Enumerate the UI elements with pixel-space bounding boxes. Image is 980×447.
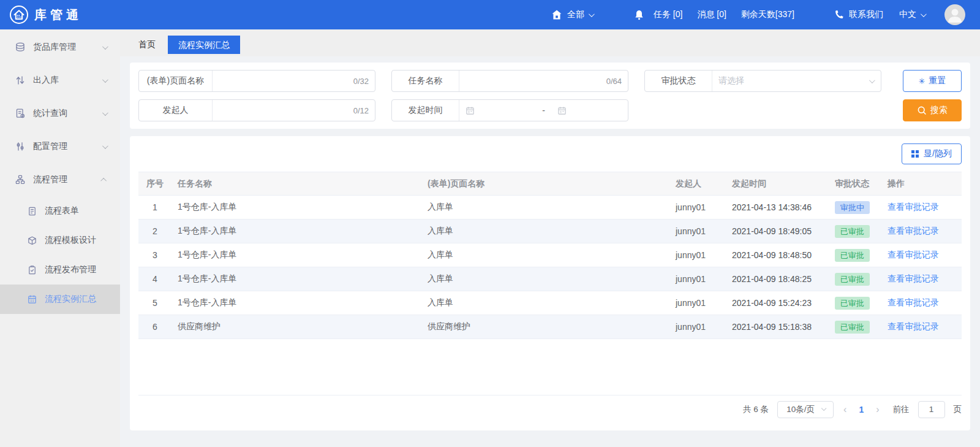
search-button[interactable]: 搜索 — [903, 99, 962, 121]
tasks-counter[interactable]: 任务 [0] — [654, 9, 682, 20]
view-approval-record-link[interactable]: 查看审批记录 — [888, 202, 939, 212]
bell-icon — [633, 9, 645, 21]
pagination-total: 共 6 条 — [743, 404, 769, 415]
goto-page-input[interactable] — [918, 401, 945, 418]
cell-task-name: 1号仓库-入库单 — [172, 196, 421, 220]
show-hide-columns-label: 显/隐列 — [924, 148, 952, 159]
table-header-row: 序号 任务名称 (表单)页面名称 发起人 发起时间 审批状态 操作 — [138, 172, 962, 196]
col-header-approval-status: 审批状态 — [829, 172, 881, 196]
sidebar-subitem-process-publish-management[interactable]: 流程发布管理 — [0, 255, 120, 285]
task-name-input[interactable] — [466, 76, 606, 86]
view-approval-record-link[interactable]: 查看审批记录 — [888, 273, 939, 283]
sidebar-item-goods-management[interactable]: 货品库管理 — [0, 31, 120, 64]
cell-page-name: 入库单 — [421, 220, 669, 243]
col-header-actions: 操作 — [881, 172, 962, 196]
notifications-bell[interactable] — [633, 9, 645, 21]
task-name-label: 任务名称 — [392, 71, 459, 91]
page-size-select[interactable]: 10条/页 — [777, 401, 834, 418]
messages-label: 消息 [0] — [697, 9, 726, 20]
cell-task-name: 1号仓库-入库单 — [172, 220, 421, 243]
view-approval-record-link[interactable]: 查看审批记录 — [888, 250, 939, 259]
cell-start-time: 2021-04-09 18:48:25 — [726, 267, 829, 291]
reset-button[interactable]: ✳ 重置 — [903, 70, 962, 92]
sidebar-item-in-out-warehouse[interactable]: 出入库 — [0, 64, 120, 97]
cell-index: 4 — [138, 267, 172, 291]
sidebar-item-configuration[interactable]: 配置管理 — [0, 130, 120, 163]
cell-task-name: 1号仓库-入库单 — [172, 291, 421, 315]
contact-us[interactable]: 联系我们 — [834, 9, 883, 20]
approval-status-select[interactable]: 请选择 — [712, 71, 881, 91]
approval-status-label: 审批状态 — [645, 71, 712, 91]
main-content: 首页 流程实例汇总 (表单)页面名称 0/32 任务名称 0/64 审批状态 — [120, 29, 980, 447]
sidebar-item-label: 流程管理 — [33, 174, 67, 185]
view-approval-record-link[interactable]: 查看审批记录 — [888, 321, 939, 331]
status-badge: 已审批 — [835, 321, 870, 334]
cell-start-time: 2021-04-09 15:24:23 — [726, 291, 829, 315]
cell-start-time: 2021-04-09 15:18:38 — [726, 315, 829, 339]
status-badge: 已审批 — [835, 249, 870, 262]
tab-home[interactable]: 首页 — [130, 39, 164, 50]
field-approval-status: 审批状态 请选择 — [644, 70, 881, 92]
chevron-down-icon — [589, 11, 595, 17]
logo-house-icon — [9, 4, 29, 25]
warehouse-scope-select[interactable]: 全部 — [551, 9, 593, 21]
cell-initiator: junny01 — [669, 196, 726, 220]
sidebar-subitem-process-instances[interactable]: 流程实例汇总 — [0, 285, 120, 314]
cell-initiator: junny01 — [669, 291, 726, 315]
show-hide-columns-button[interactable]: 显/隐列 — [902, 143, 962, 164]
sidebar-item-label: 货品库管理 — [33, 42, 76, 53]
prev-page-button[interactable]: ‹ — [842, 404, 848, 415]
publish-clipboard-icon — [27, 265, 37, 275]
cell-page-name: 供应商维护 — [421, 315, 669, 339]
reset-icon: ✳ — [919, 77, 925, 85]
initiator-input[interactable] — [219, 105, 353, 115]
date-range-separator: - — [537, 105, 551, 115]
page-name-input[interactable] — [219, 76, 353, 86]
cell-page-name: 入库单 — [421, 196, 669, 220]
sidebar-item-process-management[interactable]: 流程管理 — [0, 163, 120, 196]
cell-page-name: 入库单 — [421, 243, 669, 267]
cell-index: 3 — [138, 243, 172, 267]
data-table-wrap: 序号 任务名称 (表单)页面名称 发起人 发起时间 审批状态 操作 1 1号仓库… — [138, 172, 962, 395]
tasks-label: 任务 [0] — [654, 9, 682, 20]
sidebar-subitem-process-template-design[interactable]: 流程模板设计 — [0, 226, 120, 255]
initiator-counter: 0/12 — [353, 106, 369, 115]
calendar-icon — [466, 106, 475, 115]
view-approval-record-link[interactable]: 查看审批记录 — [888, 297, 939, 307]
sidebar-item-statistics-query[interactable]: 统计查询 — [0, 97, 120, 130]
task-name-counter: 0/64 — [606, 77, 622, 86]
config-sliders-icon — [15, 141, 26, 152]
language-label: 中文 — [899, 9, 916, 20]
view-approval-record-link[interactable]: 查看审批记录 — [888, 226, 939, 235]
messages-counter[interactable]: 消息 [0] — [697, 9, 726, 20]
process-instances-table: 序号 任务名称 (表单)页面名称 发起人 发起时间 审批状态 操作 1 1号仓库… — [138, 172, 962, 339]
field-page-name: (表单)页面名称 0/32 — [138, 70, 375, 92]
next-page-button[interactable]: › — [875, 404, 880, 415]
sidebar-subitem-process-forms[interactable]: 流程表单 — [0, 196, 120, 226]
cell-task-name: 1号仓库-入库单 — [172, 243, 421, 267]
table-row: 1 1号仓库-入库单 入库单 junny01 2021-04-13 14:38:… — [138, 196, 962, 220]
cell-page-name: 入库单 — [421, 291, 669, 315]
page-size-label: 10条/页 — [786, 404, 815, 415]
cell-index: 1 — [138, 196, 172, 220]
chevron-down-icon — [821, 405, 826, 410]
field-task-name: 任务名称 0/64 — [391, 70, 628, 92]
end-date-input[interactable] — [551, 100, 628, 121]
sidebar-subitem-label: 流程实例汇总 — [45, 294, 96, 305]
app-title: 库管通 — [34, 7, 82, 23]
language-select[interactable]: 中文 — [899, 9, 925, 20]
start-date-input[interactable] — [459, 100, 537, 121]
sidebar-subitem-label: 流程表单 — [45, 205, 79, 216]
sidebar-item-label: 出入库 — [33, 75, 59, 86]
current-page[interactable]: 1 — [856, 405, 866, 415]
cell-start-time: 2021-04-09 18:48:50 — [726, 243, 829, 267]
col-header-index: 序号 — [138, 172, 172, 196]
page-name-counter: 0/32 — [353, 77, 369, 86]
tab-process-instances[interactable]: 流程实例汇总 — [168, 36, 240, 54]
scope-label: 全部 — [567, 9, 584, 20]
sidebar-item-label: 配置管理 — [33, 141, 67, 152]
cell-index: 6 — [138, 315, 172, 339]
user-avatar[interactable] — [944, 4, 965, 25]
phone-icon — [834, 9, 845, 20]
cell-start-time: 2021-04-09 18:49:05 — [726, 220, 829, 243]
